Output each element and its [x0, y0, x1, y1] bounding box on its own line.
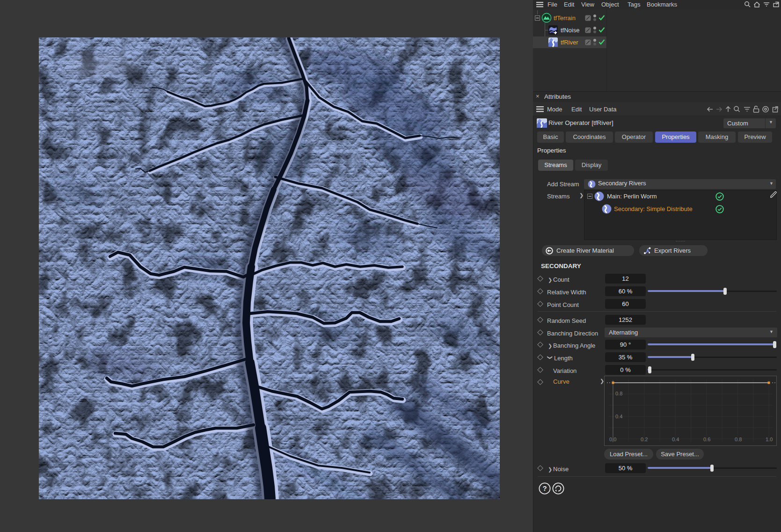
svg-text:0.0: 0.0 [609, 437, 616, 442]
svg-text:0.6: 0.6 [703, 437, 710, 442]
svg-text:0.8: 0.8 [735, 437, 742, 442]
svg-text:1.0: 1.0 [766, 437, 773, 442]
svg-text:0.4: 0.4 [672, 437, 679, 442]
svg-text:?: ? [542, 484, 547, 492]
svg-text:0.8: 0.8 [615, 391, 622, 396]
svg-text:0.2: 0.2 [641, 437, 648, 442]
svg-text:0.4: 0.4 [615, 414, 622, 419]
